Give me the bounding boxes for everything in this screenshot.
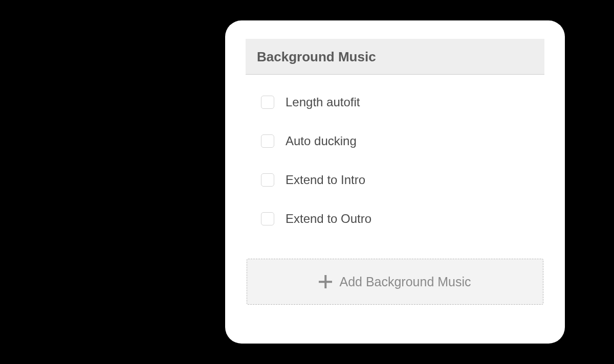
checkbox-extend-outro[interactable] (261, 212, 274, 225)
checkbox-label: Extend to Intro (286, 173, 365, 187)
checkbox-length-autofit[interactable] (261, 96, 274, 109)
section-title: Background Music (257, 49, 533, 65)
option-length-autofit: Length autofit (261, 95, 529, 109)
checkbox-label: Length autofit (286, 95, 360, 109)
checkbox-auto-ducking[interactable] (261, 134, 274, 148)
checkbox-label: Extend to Outro (286, 212, 371, 226)
add-background-music-button[interactable]: Add Background Music (247, 259, 543, 305)
checkbox-extend-intro[interactable] (261, 173, 274, 187)
option-extend-intro: Extend to Intro (261, 173, 529, 187)
background-music-panel: Background Music Length autofit Auto duc… (225, 20, 565, 344)
section-header: Background Music (246, 39, 544, 75)
options-list: Length autofit Auto ducking Extend to In… (246, 75, 544, 256)
checkbox-label: Auto ducking (286, 134, 357, 148)
option-extend-outro: Extend to Outro (261, 212, 529, 226)
option-auto-ducking: Auto ducking (261, 134, 529, 148)
plus-icon (319, 275, 332, 288)
add-button-label: Add Background Music (339, 275, 471, 289)
